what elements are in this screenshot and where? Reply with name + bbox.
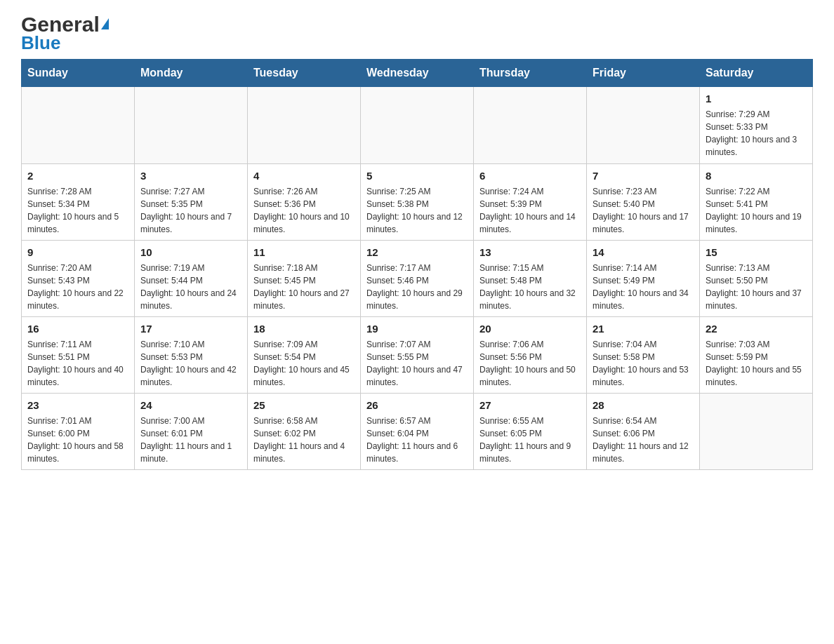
calendar-cell: 20Sunrise: 7:06 AMSunset: 5:56 PMDayligh… xyxy=(474,317,587,394)
day-info: Sunrise: 7:09 AMSunset: 5:54 PMDaylight:… xyxy=(253,338,355,389)
day-number: 4 xyxy=(253,168,355,183)
day-number: 21 xyxy=(593,321,694,336)
calendar-cell: 7Sunrise: 7:23 AMSunset: 5:40 PMDaylight… xyxy=(587,164,700,241)
day-number: 15 xyxy=(706,245,807,260)
day-info: Sunrise: 7:00 AMSunset: 6:01 PMDaylight:… xyxy=(140,415,241,465)
day-info: Sunrise: 7:07 AMSunset: 5:55 PMDaylight:… xyxy=(366,338,468,389)
day-number: 7 xyxy=(593,168,694,183)
day-number: 13 xyxy=(479,245,581,260)
calendar-cell: 19Sunrise: 7:07 AMSunset: 5:55 PMDayligh… xyxy=(361,317,474,394)
day-number: 5 xyxy=(366,168,468,183)
day-number: 14 xyxy=(593,245,694,260)
day-info: Sunrise: 7:11 AMSunset: 5:51 PMDaylight:… xyxy=(27,338,128,389)
calendar-cell xyxy=(700,394,813,470)
logo-triangle-icon xyxy=(101,18,109,29)
calendar-week-row: 23Sunrise: 7:01 AMSunset: 6:00 PMDayligh… xyxy=(22,394,813,470)
day-info: Sunrise: 7:03 AMSunset: 5:59 PMDaylight:… xyxy=(706,338,807,389)
calendar-cell: 11Sunrise: 7:18 AMSunset: 5:45 PMDayligh… xyxy=(248,241,361,317)
day-info: Sunrise: 7:23 AMSunset: 5:40 PMDaylight:… xyxy=(593,185,694,236)
day-number: 3 xyxy=(140,168,241,183)
day-number: 6 xyxy=(479,168,581,183)
day-info: Sunrise: 7:19 AMSunset: 5:44 PMDaylight:… xyxy=(140,262,241,312)
day-number: 19 xyxy=(366,321,468,336)
calendar-week-row: 1Sunrise: 7:29 AMSunset: 5:33 PMDaylight… xyxy=(22,87,813,164)
calendar-week-row: 16Sunrise: 7:11 AMSunset: 5:51 PMDayligh… xyxy=(22,317,813,394)
day-info: Sunrise: 7:15 AMSunset: 5:48 PMDaylight:… xyxy=(479,262,581,312)
day-info: Sunrise: 6:54 AMSunset: 6:06 PMDaylight:… xyxy=(593,415,694,465)
calendar-cell: 26Sunrise: 6:57 AMSunset: 6:04 PMDayligh… xyxy=(361,394,474,470)
day-number: 24 xyxy=(140,398,241,412)
day-info: Sunrise: 6:58 AMSunset: 6:02 PMDaylight:… xyxy=(253,415,355,465)
calendar-week-row: 2Sunrise: 7:28 AMSunset: 5:34 PMDaylight… xyxy=(22,164,813,241)
day-info: Sunrise: 7:22 AMSunset: 5:41 PMDaylight:… xyxy=(706,185,807,236)
day-info: Sunrise: 6:57 AMSunset: 6:04 PMDaylight:… xyxy=(366,415,468,465)
day-info: Sunrise: 7:27 AMSunset: 5:35 PMDaylight:… xyxy=(140,185,241,236)
day-info: Sunrise: 7:18 AMSunset: 5:45 PMDaylight:… xyxy=(253,262,355,312)
calendar-cell: 3Sunrise: 7:27 AMSunset: 5:35 PMDaylight… xyxy=(135,164,248,241)
weekday-header-thursday: Thursday xyxy=(474,60,587,87)
calendar-cell xyxy=(22,87,135,164)
day-info: Sunrise: 7:24 AMSunset: 5:39 PMDaylight:… xyxy=(479,185,581,236)
page-header: General Blue xyxy=(21,14,813,52)
day-number: 27 xyxy=(479,398,581,412)
calendar-cell: 6Sunrise: 7:24 AMSunset: 5:39 PMDaylight… xyxy=(474,164,587,241)
day-info: Sunrise: 7:26 AMSunset: 5:36 PMDaylight:… xyxy=(253,185,355,236)
day-info: Sunrise: 7:04 AMSunset: 5:58 PMDaylight:… xyxy=(593,338,694,389)
calendar-cell: 25Sunrise: 6:58 AMSunset: 6:02 PMDayligh… xyxy=(248,394,361,470)
calendar-cell: 28Sunrise: 6:54 AMSunset: 6:06 PMDayligh… xyxy=(587,394,700,470)
day-number: 16 xyxy=(27,321,128,336)
day-number: 25 xyxy=(253,398,355,412)
weekday-header-wednesday: Wednesday xyxy=(361,60,474,87)
calendar-cell: 23Sunrise: 7:01 AMSunset: 6:00 PMDayligh… xyxy=(22,394,135,470)
calendar-cell xyxy=(361,87,474,164)
day-info: Sunrise: 7:29 AMSunset: 5:33 PMDaylight:… xyxy=(706,108,807,159)
weekday-header-monday: Monday xyxy=(135,60,248,87)
day-info: Sunrise: 7:06 AMSunset: 5:56 PMDaylight:… xyxy=(479,338,581,389)
weekday-header-row: SundayMondayTuesdayWednesdayThursdayFrid… xyxy=(22,60,813,87)
calendar-cell: 5Sunrise: 7:25 AMSunset: 5:38 PMDaylight… xyxy=(361,164,474,241)
calendar-cell xyxy=(474,87,587,164)
calendar-cell: 21Sunrise: 7:04 AMSunset: 5:58 PMDayligh… xyxy=(587,317,700,394)
weekday-header-sunday: Sunday xyxy=(22,60,135,87)
calendar-cell: 22Sunrise: 7:03 AMSunset: 5:59 PMDayligh… xyxy=(700,317,813,394)
calendar-cell: 9Sunrise: 7:20 AMSunset: 5:43 PMDaylight… xyxy=(22,241,135,317)
calendar-cell: 13Sunrise: 7:15 AMSunset: 5:48 PMDayligh… xyxy=(474,241,587,317)
calendar-cell xyxy=(135,87,248,164)
calendar-cell: 10Sunrise: 7:19 AMSunset: 5:44 PMDayligh… xyxy=(135,241,248,317)
day-number: 17 xyxy=(140,321,241,336)
calendar-table: SundayMondayTuesdayWednesdayThursdayFrid… xyxy=(21,59,813,470)
calendar-cell: 15Sunrise: 7:13 AMSunset: 5:50 PMDayligh… xyxy=(700,241,813,317)
day-number: 1 xyxy=(706,91,807,106)
day-info: Sunrise: 7:14 AMSunset: 5:49 PMDaylight:… xyxy=(593,262,694,312)
day-number: 22 xyxy=(706,321,807,336)
day-info: Sunrise: 7:17 AMSunset: 5:46 PMDaylight:… xyxy=(366,262,468,312)
day-info: Sunrise: 7:20 AMSunset: 5:43 PMDaylight:… xyxy=(27,262,128,312)
day-number: 11 xyxy=(253,245,355,260)
calendar-cell: 17Sunrise: 7:10 AMSunset: 5:53 PMDayligh… xyxy=(135,317,248,394)
day-number: 26 xyxy=(366,398,468,412)
day-number: 8 xyxy=(706,168,807,183)
day-info: Sunrise: 7:01 AMSunset: 6:00 PMDaylight:… xyxy=(27,415,128,465)
day-info: Sunrise: 6:55 AMSunset: 6:05 PMDaylight:… xyxy=(479,415,581,465)
day-number: 28 xyxy=(593,398,694,412)
day-number: 10 xyxy=(140,245,241,260)
calendar-cell: 14Sunrise: 7:14 AMSunset: 5:49 PMDayligh… xyxy=(587,241,700,317)
calendar-cell: 18Sunrise: 7:09 AMSunset: 5:54 PMDayligh… xyxy=(248,317,361,394)
day-info: Sunrise: 7:28 AMSunset: 5:34 PMDaylight:… xyxy=(27,185,128,236)
day-number: 2 xyxy=(27,168,128,183)
day-info: Sunrise: 7:25 AMSunset: 5:38 PMDaylight:… xyxy=(366,185,468,236)
day-number: 12 xyxy=(366,245,468,260)
day-number: 23 xyxy=(27,398,128,412)
calendar-cell: 1Sunrise: 7:29 AMSunset: 5:33 PMDaylight… xyxy=(700,87,813,164)
day-info: Sunrise: 7:13 AMSunset: 5:50 PMDaylight:… xyxy=(706,262,807,312)
calendar-cell: 8Sunrise: 7:22 AMSunset: 5:41 PMDaylight… xyxy=(700,164,813,241)
logo: General Blue xyxy=(21,14,109,52)
weekday-header-saturday: Saturday xyxy=(700,60,813,87)
calendar-cell: 16Sunrise: 7:11 AMSunset: 5:51 PMDayligh… xyxy=(22,317,135,394)
day-number: 9 xyxy=(27,245,128,260)
calendar-cell: 4Sunrise: 7:26 AMSunset: 5:36 PMDaylight… xyxy=(248,164,361,241)
calendar-cell xyxy=(587,87,700,164)
day-info: Sunrise: 7:10 AMSunset: 5:53 PMDaylight:… xyxy=(140,338,241,389)
calendar-cell xyxy=(248,87,361,164)
logo-blue-text: Blue xyxy=(21,34,60,52)
